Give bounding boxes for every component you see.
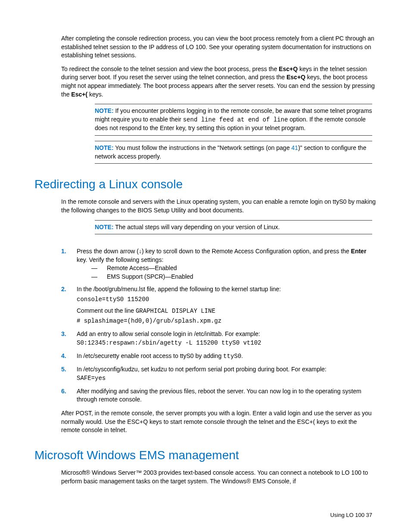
steps-list: 1. Press the down arrow (↓) key to scrol… <box>61 247 377 404</box>
step-1: 1. Press the down arrow (↓) key to scrol… <box>61 247 377 281</box>
windows-ems-paragraph: Microsoft® Windows Server™ 2003 provides… <box>61 469 377 485</box>
step-4: 4. In /etc/securetty enable root access … <box>61 352 377 361</box>
text: keys. <box>87 91 103 98</box>
code-text: send line feed at end of line <box>183 116 288 123</box>
text: The actual steps will vary depending on … <box>114 224 280 230</box>
step-number: 3. <box>61 330 66 339</box>
key-combo: Esc+Q <box>279 65 298 72</box>
step-2: 2. In the /boot/grub/menu.lst file, appe… <box>61 285 377 325</box>
text: In /etc/sysconfig/kudzu, set kudzu to no… <box>77 366 327 373</box>
step-number: 6. <box>61 387 66 396</box>
dash-icon: — <box>98 273 105 281</box>
step-3: 3. Add an entry to allow serial console … <box>61 330 377 348</box>
key-combo: Esc+Q <box>286 74 305 81</box>
text: You must follow the instructions in the … <box>114 144 292 151</box>
intro-paragraph-1: After completing the console redirection… <box>61 34 377 60</box>
sub-item: — EMS Support (SPCR)—Enabled <box>98 273 377 281</box>
text: In the /boot/grub/menu.lst file, append … <box>77 286 281 292</box>
sub-item: — Remote Access—Enabled <box>98 264 377 273</box>
text-line: Comment out the line GRAPHICAL DISPLAY L… <box>77 307 377 316</box>
text: EMS Support (SPCR)—Enabled <box>105 273 193 280</box>
code-line: SAFE=yes <box>77 374 377 383</box>
text: After modifying and saving the previous … <box>77 388 361 403</box>
heading-windows-ems: Microsoft Windows EMS management <box>34 447 377 464</box>
page-link[interactable]: 41 <box>291 144 298 151</box>
dash-icon: — <box>98 264 105 273</box>
code-line: console=ttyS0 115200 <box>77 296 377 304</box>
note-box-1: NOTE: If you encounter problems logging … <box>95 104 372 136</box>
code-line: # splashimage=(hd0,0)/grub/splash.xpm.gz <box>77 317 377 326</box>
step-number: 2. <box>61 285 66 294</box>
note-label: NOTE: <box>95 107 114 114</box>
key-name: Enter <box>351 248 367 255</box>
text: To redirect the console to the telnet se… <box>61 65 279 72</box>
text: In /etc/securetty enable root access to … <box>77 352 223 359</box>
text: Press the down arrow (↓) key to scroll d… <box>77 248 351 255</box>
code-text: ttyS0 <box>223 353 241 360</box>
page-footer: Using LO 100 37 <box>34 511 377 519</box>
text: Remote Access—Enabled <box>105 264 177 271</box>
note-label: NOTE: <box>95 224 114 230</box>
intro-paragraph-2: To redirect the console to the telnet se… <box>61 65 377 99</box>
post-paragraph: After POST, in the remote console, the s… <box>61 409 377 435</box>
step-6: 6. After modifying and saving the previo… <box>61 387 377 404</box>
step-number: 1. <box>61 247 66 256</box>
code-line: S0:12345:respawn:/sbin/agetty -L 115200 … <box>77 339 377 348</box>
note-box-2: NOTE: You must follow the instructions i… <box>95 141 372 164</box>
text: . <box>241 352 243 359</box>
step-number: 5. <box>61 365 66 374</box>
step-number: 4. <box>61 352 66 361</box>
text: key. Verify the following settings: <box>77 256 163 263</box>
note-label: NOTE: <box>95 144 114 151</box>
code-text: GRAPHICAL DISPLAY LINE <box>136 308 215 314</box>
key-combo: Esc+( <box>71 91 87 98</box>
heading-redirecting-linux: Redirecting a Linux console <box>34 176 377 193</box>
note-box-3: NOTE: The actual steps will vary dependi… <box>95 220 372 235</box>
step-5: 5. In /etc/sysconfig/kudzu, set kudzu to… <box>61 365 377 383</box>
linux-intro: In the remote console and servers with t… <box>61 198 377 215</box>
text: Add an entry to allow serial console log… <box>77 330 260 337</box>
text: Comment out the line <box>77 307 136 314</box>
